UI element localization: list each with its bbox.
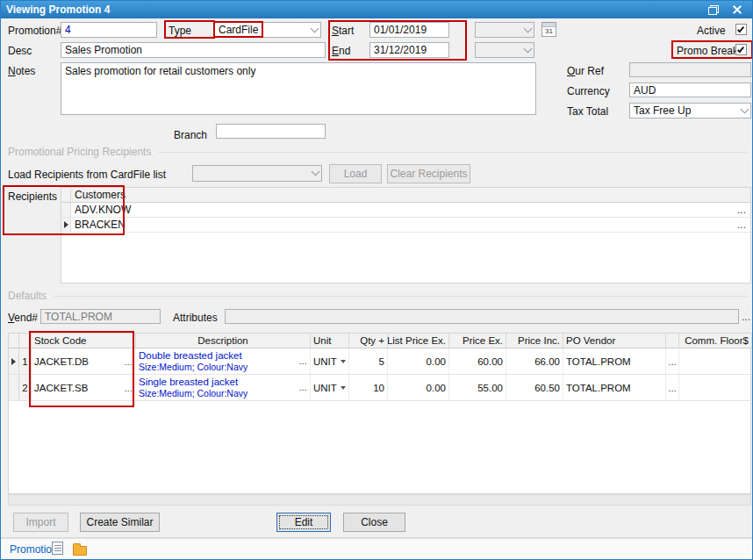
close-button[interactable]: Close [343, 513, 405, 532]
po-vendor-column-header[interactable]: PO Vendor [563, 334, 666, 348]
po-vendor-cell[interactable]: TOTAL.PROM [563, 348, 666, 375]
row-indicator-cell [61, 218, 71, 232]
ellipsis-button[interactable]: ... [298, 355, 307, 366]
description-value: Double breasted jacket [139, 350, 242, 362]
promo-break-checkbox[interactable] [735, 44, 747, 55]
stock-code-column-header[interactable]: Stock Code [32, 334, 136, 348]
stock-grid-header[interactable]: Stock Code Description Unit Qty + List P… [9, 334, 750, 348]
chevron-down-icon [741, 104, 749, 113]
horizontal-scrollbar[interactable] [8, 494, 751, 506]
document-icon[interactable] [52, 542, 63, 555]
list-price-ex-column-header[interactable]: List Price Ex. [388, 334, 449, 348]
recipient-name[interactable]: BRACKEN [71, 219, 731, 231]
folder-icon[interactable] [73, 546, 87, 556]
unit-value: UNIT [313, 383, 337, 393]
comm-floor-cell[interactable] [679, 375, 752, 401]
list-price-ex-cell[interactable]: 0.00 [388, 348, 449, 375]
stock-row-2[interactable]: 2 JACKET.SB ... Single breasted jacket S… [9, 375, 750, 401]
tab-promotion[interactable]: Promotion [10, 543, 58, 556]
dropdown-icon[interactable] [341, 360, 346, 363]
calendar-icon[interactable]: 31 [541, 22, 556, 37]
description-cell[interactable]: Single breasted jacket Size:Medium; Colo… [136, 375, 311, 401]
load-button[interactable]: Load [329, 164, 382, 183]
row-indicator-cell [9, 348, 19, 375]
row-indicator-cell [9, 375, 19, 401]
our-ref-label: Our Ref [567, 65, 604, 77]
vend-number-field[interactable]: TOTAL.PROM [40, 309, 161, 324]
start-time-select[interactable] [475, 22, 534, 38]
qty-cell[interactable]: 5 [349, 348, 388, 375]
recipients-grid-header[interactable]: Customers [61, 188, 750, 203]
recipient-name[interactable]: ADV.KNOW [71, 204, 731, 216]
restore-window-icon[interactable] [708, 5, 719, 15]
desc-label: Desc [8, 45, 32, 57]
attributes-value: Size:Medium; Colour:Navy [139, 388, 247, 398]
price-inc-cell[interactable]: 60.50 [506, 375, 563, 401]
promotion-number-value: 4 [65, 24, 71, 36]
end-date-field[interactable]: 31/12/2019 [369, 42, 449, 58]
start-date-label: Start [332, 25, 354, 37]
ellipsis-button[interactable]: ... [666, 375, 679, 401]
start-date-field[interactable]: 01/01/2019 [369, 22, 449, 38]
price-ex-column-header[interactable]: Price Ex. [449, 334, 506, 348]
ellipsis-button[interactable]: ... [666, 348, 679, 375]
unit-cell[interactable]: UNIT [311, 375, 349, 401]
qty-column-header[interactable]: Qty + [349, 334, 388, 348]
description-column-header[interactable]: Description [136, 334, 311, 348]
cardfile-list-select[interactable] [192, 165, 322, 182]
price-ex-cell[interactable]: 55.00 [449, 375, 506, 401]
price-inc-cell[interactable]: 66.00 [506, 348, 563, 375]
ellipsis-button[interactable]: ... [731, 204, 750, 216]
ellipsis-button[interactable]: ... [124, 356, 133, 367]
check-icon [737, 46, 744, 54]
stock-grid: Stock Code Description Unit Qty + List P… [8, 333, 751, 494]
comm-floor-column-header[interactable]: Comm. Floor$ [679, 334, 752, 348]
type-select[interactable]: CardFile [214, 22, 321, 38]
stock-row-1[interactable]: 1 JACKET.DB ... Double breasted jacket S… [9, 348, 750, 375]
import-button[interactable]: Import [13, 513, 68, 532]
notes-value: Sales promotion for retail customers onl… [65, 65, 255, 77]
dropdown-icon[interactable] [341, 386, 346, 390]
start-date-value: 01/01/2019 [374, 24, 427, 36]
window-controls [708, 4, 747, 16]
tax-total-select[interactable]: Tax Free Up [629, 103, 751, 118]
row-indicator-cell [61, 188, 71, 202]
section-promotional-pricing-recipients: Promotional Pricing Recipients [8, 146, 747, 158]
edit-button[interactable]: Edit [276, 513, 331, 532]
qty-cell[interactable]: 10 [349, 375, 388, 401]
close-window-icon[interactable] [731, 4, 743, 16]
ellipsis-button[interactable]: ... [124, 383, 133, 393]
tax-total-label: Tax Total [567, 105, 608, 118]
stock-code-cell[interactable]: JACKET.DB ... [32, 348, 136, 375]
price-inc-column-header[interactable]: Price Inc. [506, 334, 563, 348]
notes-field[interactable]: Sales promotion for retail customers onl… [61, 62, 536, 115]
end-time-select[interactable] [475, 42, 534, 58]
po-vendor-cell[interactable]: TOTAL.PROM [563, 375, 666, 401]
branch-field[interactable] [216, 124, 326, 139]
recipient-row-1[interactable]: ADV.KNOW ... [61, 203, 750, 218]
active-checkbox[interactable] [735, 24, 747, 35]
unit-cell[interactable]: UNIT [311, 348, 349, 375]
clear-recipients-button[interactable]: Clear Recipients [387, 164, 470, 183]
promotion-number-field[interactable]: 4 [61, 22, 157, 38]
window-titlebar[interactable]: Viewing Promotion 4 [1, 1, 752, 18]
list-price-ex-cell[interactable]: 0.00 [388, 375, 449, 401]
recipient-row-2[interactable]: BRACKEN ... [61, 218, 750, 233]
end-date-value: 31/12/2019 [374, 44, 427, 56]
ellipsis-button[interactable]: ... [731, 219, 750, 231]
recipients-grid: Customers ADV.KNOW ... BRACKEN ... [61, 187, 751, 284]
our-ref-field[interactable] [629, 62, 751, 77]
create-similar-button[interactable]: Create Similar [80, 513, 160, 532]
desc-field[interactable]: Sales Promotion [61, 42, 326, 58]
price-ex-cell[interactable]: 60.00 [449, 348, 506, 375]
description-cell[interactable]: Double breasted jacket Size:Medium; Colo… [136, 348, 311, 375]
attributes-field[interactable] [225, 309, 739, 324]
currency-field[interactable]: AUD [629, 83, 751, 97]
customers-column-header[interactable]: Customers [71, 189, 750, 201]
attributes-ellipsis-button[interactable]: ... [742, 311, 750, 323]
comm-floor-cell[interactable] [679, 348, 752, 375]
row-number-header [19, 334, 32, 348]
ellipsis-button[interactable]: ... [298, 382, 307, 392]
stock-code-cell[interactable]: JACKET.SB ... [32, 375, 136, 401]
unit-column-header[interactable]: Unit [311, 334, 349, 348]
